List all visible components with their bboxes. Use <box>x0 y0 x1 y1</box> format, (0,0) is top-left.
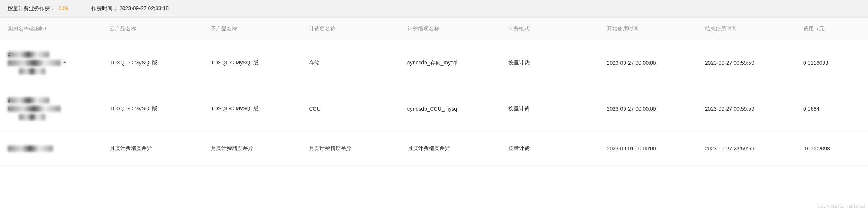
cell-billing-item: 月度计费精度差异 <box>304 132 403 166</box>
cell-end-time: 2023-09-27 23:59:59 <box>700 132 799 166</box>
col-billing-detail: 计费细项名称 <box>403 18 504 40</box>
col-subproduct: 子产品名称 <box>206 18 304 40</box>
cell-cost: 0.0118098 <box>799 40 868 86</box>
redacted-text <box>8 97 49 103</box>
instance-prefix: c <box>8 97 10 103</box>
fee-summary: 按量计费业务扣费： 0.08 <box>8 5 69 12</box>
table-header-row: 实例名称/实例ID 云产品名称 子产品名称 计费项名称 计费细项名称 计费模式 … <box>0 18 868 40</box>
cell-billing-detail: cynosdb_CCU_mysql <box>403 86 504 132</box>
cell-product: TDSQL-C MySQL版 <box>105 86 206 132</box>
col-billing-item: 计费项名称 <box>304 18 403 40</box>
col-end-time: 结束使用时间 <box>700 18 799 40</box>
cell-cost: 0.0684 <box>799 86 868 132</box>
cell-billing-mode: 按量计费 <box>504 132 602 166</box>
redacted-text <box>8 146 53 152</box>
fee-value: 0.08 <box>58 5 69 11</box>
cell-subproduct: TDSQL-C MySQL版 <box>206 40 304 86</box>
cell-billing-mode: 按量计费 <box>504 86 602 132</box>
billing-header: 按量计费业务扣费： 0.08 扣费时间： 2023-09-27 02:33:18 <box>0 0 868 18</box>
deduction-time: 扣费时间： 2023-09-27 02:33:18 <box>91 5 169 12</box>
cell-subproduct: TDSQL-C MySQL版 <box>206 86 304 132</box>
cell-instance: c is <box>0 40 105 86</box>
instance-prefix: c <box>8 51 10 57</box>
redacted-text <box>8 60 61 66</box>
cell-product: 月度计费精度差异 <box>105 132 206 166</box>
cell-instance: c i <box>0 86 105 132</box>
table-row: 月度计费精度差异 月度计费精度差异 月度计费精度差异 月度计费精度差异 按量计费… <box>0 132 868 166</box>
instance-prefix: i <box>8 105 9 111</box>
cell-end-time: 2023-09-27 00:59:59 <box>700 40 799 86</box>
instance-suffix: is <box>63 59 66 65</box>
col-product: 云产品名称 <box>105 18 206 40</box>
table-row: c i TDSQL-C MySQL版 TDSQL-C MySQL版 CCU cy… <box>0 86 868 132</box>
col-cost: 费用（元） <box>799 18 868 40</box>
cell-product: TDSQL-C MySQL版 <box>105 40 206 86</box>
billing-panel: 按量计费业务扣费： 0.08 扣费时间： 2023-09-27 02:33:18… <box>0 0 868 166</box>
time-label: 扣费时间： <box>91 5 118 11</box>
cell-billing-detail: cynosdb_存储_mysql <box>403 40 504 86</box>
cell-start-time: 2023-09-27 00:00:00 <box>602 40 700 86</box>
cell-start-time: 2023-09-01 00:00:00 <box>602 132 700 166</box>
cell-start-time: 2023-09-27 00:00:00 <box>602 86 700 132</box>
cell-billing-detail: 月度计费精度差异 <box>403 132 504 166</box>
cell-end-time: 2023-09-27 00:59:59 <box>700 86 799 132</box>
cell-instance <box>0 132 105 166</box>
cell-billing-item: CCU <box>304 86 403 132</box>
cell-billing-item: 存储 <box>304 40 403 86</box>
billing-table: 实例名称/实例ID 云产品名称 子产品名称 计费项名称 计费细项名称 计费模式 … <box>0 18 868 166</box>
redacted-text <box>19 68 45 74</box>
col-instance: 实例名称/实例ID <box>0 18 105 40</box>
cell-billing-mode: 按量计费 <box>504 40 602 86</box>
redacted-text <box>19 114 45 120</box>
cell-cost: -0.0002098 <box>799 132 868 166</box>
time-value: 2023-09-27 02:33:18 <box>119 5 169 11</box>
redacted-text <box>8 52 49 58</box>
cell-subproduct: 月度计费精度差异 <box>206 132 304 166</box>
fee-label: 按量计费业务扣费： <box>8 5 55 11</box>
col-start-time: 开始使用时间 <box>602 18 700 40</box>
redacted-text <box>8 106 61 112</box>
col-billing-mode: 计费模式 <box>504 18 602 40</box>
table-row: c is TDSQL-C MySQL版 TDSQL-C MySQL版 存储 cy… <box>0 40 868 86</box>
